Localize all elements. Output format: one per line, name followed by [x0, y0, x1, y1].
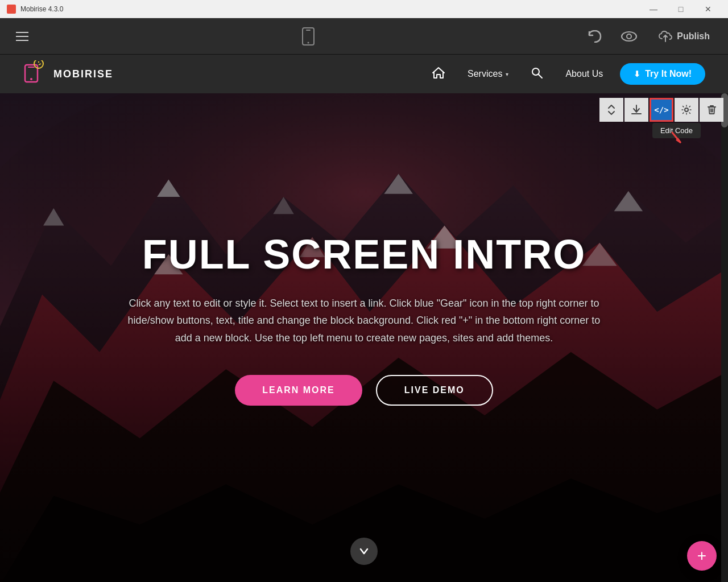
live-demo-button[interactable]: LIVE DEMO	[376, 375, 493, 406]
hamburger-line-1	[16, 32, 28, 33]
title-bar-controls: — □ ✕	[640, 0, 721, 18]
hamburger-line-2	[16, 36, 28, 37]
delete-block-button[interactable]	[700, 98, 723, 122]
settings-button[interactable]	[675, 98, 698, 122]
svg-point-2	[308, 42, 309, 43]
undo-icon	[587, 30, 603, 43]
app-toolbar: Publish	[0, 18, 728, 55]
app-title: Mobirise 4.3.0	[20, 5, 63, 13]
search-icon	[531, 67, 543, 81]
title-bar: Mobirise 4.3.0 — □ ✕	[0, 0, 728, 18]
site-navbar: MOBIRISE Services ▾	[0, 55, 728, 93]
try-btn-label: Try It Now!	[645, 69, 692, 79]
svg-line-27	[39, 64, 41, 65]
tooltip-arrow	[668, 130, 685, 150]
preview-area: MOBIRISE Services ▾	[0, 55, 728, 582]
download-icon	[631, 105, 642, 115]
phone-preview-button[interactable]	[298, 24, 318, 49]
delete-icon	[708, 105, 716, 115]
svg-point-3	[622, 32, 636, 41]
dropdown-arrow-icon: ▾	[506, 71, 508, 77]
download-block-button[interactable]	[624, 98, 648, 122]
learn-more-button[interactable]: LEARN MORE	[235, 375, 362, 406]
logo-icon	[23, 60, 47, 88]
svg-point-32	[685, 108, 688, 112]
logo-text: MOBIRISE	[53, 68, 113, 80]
svg-point-4	[627, 34, 631, 39]
site-nav-links: Services ▾ About Us ⬇ Try It Now!	[421, 61, 705, 86]
svg-point-28	[532, 68, 539, 75]
svg-point-24	[30, 78, 32, 80]
close-button[interactable]: ✕	[695, 0, 721, 18]
toolbar-left	[11, 27, 33, 46]
try-btn-icon: ⬇	[634, 69, 640, 79]
hero-description[interactable]: Click any text to edit or style it. Sele…	[125, 295, 603, 347]
try-now-button[interactable]: ⬇ Try It Now!	[620, 63, 705, 85]
about-label: About Us	[565, 69, 603, 79]
move-block-button[interactable]	[599, 98, 623, 122]
toolbar-center	[298, 24, 318, 49]
publish-label: Publish	[677, 31, 710, 42]
preview-icon	[621, 31, 637, 42]
phone-icon	[301, 27, 315, 46]
home-nav-link[interactable]	[421, 61, 456, 86]
hero-buttons: LEARN MORE LIVE DEMO	[235, 375, 493, 406]
title-bar-left: Mobirise 4.3.0	[7, 5, 63, 14]
upload-cloud-icon	[659, 31, 672, 42]
svg-line-29	[539, 75, 542, 78]
app-icon	[7, 5, 16, 14]
undo-button[interactable]	[584, 27, 606, 46]
scroll-down-button[interactable]	[350, 538, 378, 565]
scroll-down-icon	[358, 546, 370, 557]
scrollbar[interactable]	[721, 93, 728, 582]
site-logo: MOBIRISE	[23, 60, 113, 88]
edit-code-tooltip: Edit Code	[652, 123, 701, 138]
minimize-button[interactable]: —	[640, 0, 667, 18]
about-nav-link[interactable]: About Us	[554, 63, 614, 85]
services-label: Services	[468, 69, 502, 79]
edit-code-button[interactable]: </>	[650, 98, 673, 122]
block-toolbar: </>	[595, 93, 728, 126]
add-block-icon: +	[697, 548, 706, 564]
publish-button[interactable]: Publish	[652, 26, 717, 47]
maximize-button[interactable]: □	[668, 0, 694, 18]
settings-icon	[681, 105, 692, 115]
toolbar-right: Publish	[584, 26, 717, 47]
hamburger-line-3	[16, 40, 28, 41]
services-nav-link[interactable]: Services ▾	[456, 63, 520, 85]
add-block-button[interactable]: +	[687, 541, 717, 571]
home-icon	[432, 67, 445, 81]
edit-code-icon: </>	[654, 105, 668, 114]
hamburger-menu[interactable]	[11, 27, 33, 46]
hero-content: FULL SCREEN INTRO Click any text to edit…	[108, 231, 620, 406]
search-nav-link[interactable]	[520, 61, 554, 86]
hero-title[interactable]: FULL SCREEN INTRO	[142, 231, 586, 278]
preview-button[interactable]	[618, 27, 640, 46]
move-icon	[607, 104, 616, 115]
